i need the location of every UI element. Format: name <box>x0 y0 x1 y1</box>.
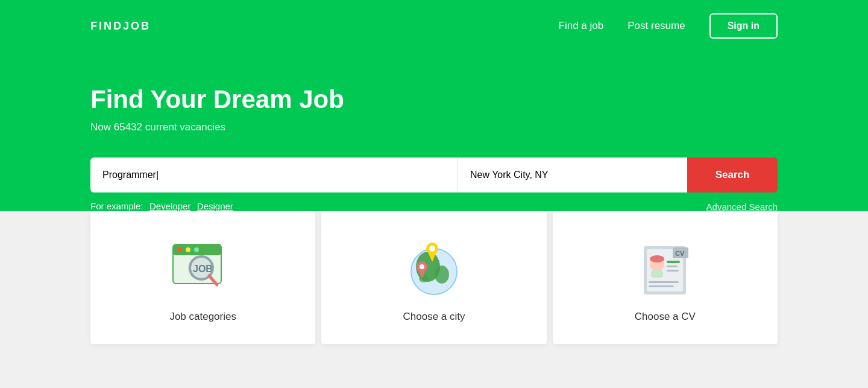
svg-point-2 <box>177 247 182 252</box>
job-search-input[interactable] <box>90 157 458 192</box>
nav-find-job[interactable]: Find a job <box>559 20 604 32</box>
svg-rect-32 <box>649 285 674 287</box>
svg-rect-29 <box>667 266 678 267</box>
svg-rect-28 <box>667 261 680 263</box>
hint-designer[interactable]: Designer <box>197 201 233 211</box>
search-bar: Search <box>90 157 778 192</box>
hero-content: Find Your Dream Job Now 65432 current va… <box>90 52 778 212</box>
card-choose-cv[interactable]: CV Choose a CV <box>553 211 778 344</box>
search-hints: For example: Developer Designer Advanced… <box>90 201 778 212</box>
card-choose-city-label: Choose a city <box>403 311 465 323</box>
hints-prefix: For example: <box>90 201 143 211</box>
svg-rect-27 <box>651 270 663 278</box>
svg-point-26 <box>650 255 664 262</box>
card-job-categories-label: Job categories <box>169 311 236 323</box>
choose-cv-icon: CV <box>629 240 701 300</box>
hero-subtitle: Now 65432 current vacancies <box>90 121 778 133</box>
svg-point-3 <box>186 247 190 252</box>
svg-rect-31 <box>649 281 679 283</box>
job-categories-icon: JOB <box>167 240 239 300</box>
svg-point-4 <box>194 247 199 252</box>
nav-post-resume[interactable]: Post resume <box>627 20 685 32</box>
main-nav: FINDJOB Find a job Post resume Sign in <box>90 0 778 52</box>
cards-row: JOB Job categories <box>90 211 778 344</box>
choose-city-icon <box>398 240 470 300</box>
logo: FINDJOB <box>90 20 151 33</box>
search-button[interactable]: Search <box>687 157 778 192</box>
card-choose-cv-label: Choose a CV <box>635 311 696 323</box>
svg-point-17 <box>429 246 435 252</box>
svg-text:CV: CV <box>675 250 685 257</box>
hints-left: For example: Developer Designer <box>90 201 233 212</box>
advanced-search-link[interactable]: Advanced Search <box>706 202 778 212</box>
sign-in-button[interactable]: Sign in <box>709 13 778 39</box>
svg-rect-30 <box>667 270 679 272</box>
cards-section: JOB Job categories <box>0 211 868 380</box>
hero-title: Find Your Dream Job <box>90 85 778 114</box>
svg-point-12 <box>435 266 449 284</box>
svg-point-20 <box>420 264 424 269</box>
card-choose-city[interactable]: Choose a city <box>321 211 546 344</box>
svg-point-13 <box>419 275 429 282</box>
location-search-input[interactable] <box>458 157 687 192</box>
hint-developer[interactable]: Developer <box>149 201 190 211</box>
card-job-categories[interactable]: JOB Job categories <box>90 211 315 344</box>
nav-links: Find a job Post resume Sign in <box>559 13 778 39</box>
svg-text:JOB: JOB <box>193 264 213 274</box>
